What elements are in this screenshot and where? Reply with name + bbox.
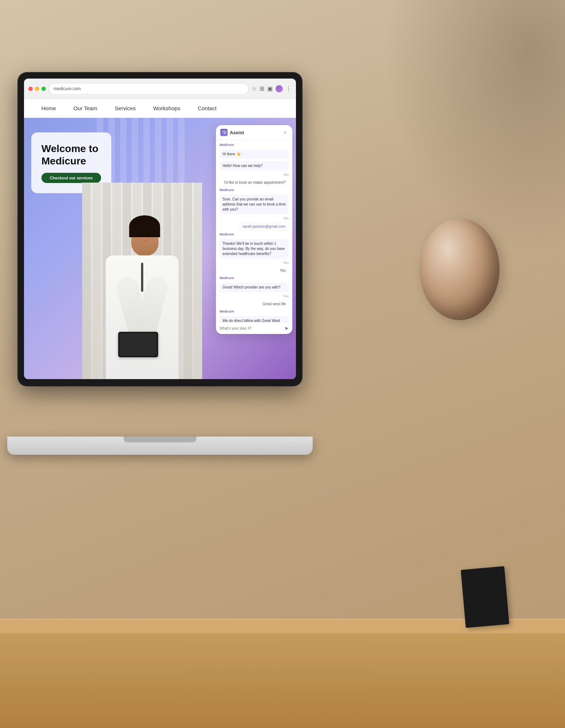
chat-message-8: Great west life [260,301,289,307]
checkout-services-button[interactable]: Checkout our services [41,173,101,183]
you-label-2: You [220,216,289,220]
you-label-1: You [220,173,289,176]
laptop: medicure.com ☆ ⊞ ▣ ⋮ Home Our Team Servi… [18,73,305,455]
star-icon[interactable]: ☆ [252,85,257,92]
chat-message-7: Great! Which provider are you with? [220,283,289,292]
laptop-base [7,437,313,455]
stethoscope-tube [141,263,143,292]
sender-label-2: Medicure [220,188,289,192]
laptop-hinge [124,437,196,442]
nav-contact[interactable]: Contact [189,99,225,118]
notebook [461,566,509,628]
browser-controls [28,87,46,91]
nav-workshops[interactable]: Workshops [144,99,189,118]
chat-header: Assist × [216,125,292,140]
laptop-screen: medicure.com ☆ ⊞ ▣ ⋮ Home Our Team Servi… [24,79,296,379]
doctor-image-area [82,183,202,379]
address-text: medicure.com [53,86,81,91]
sphere-decoration [420,218,500,320]
maximize-dot[interactable] [41,87,46,91]
you-label-3: You [220,261,289,264]
nav-our-team[interactable]: Our Team [65,99,106,118]
chat-message-6: Yes [277,267,289,274]
assist-logo [220,129,228,136]
chat-message-2: Hello! How can we help? [220,161,289,171]
profile-icon[interactable] [276,85,283,92]
chat-input-area: ➤ [216,322,292,334]
chat-message-9: We do direct billing with Great West Lif… [220,316,289,322]
website: Home Our Team Services Workshops Contact [24,99,296,379]
laptop-bezel: medicure.com ☆ ⊞ ▣ ⋮ Home Our Team Servi… [18,73,302,386]
sender-label-1: Medicure [220,143,289,147]
close-dot[interactable] [28,87,33,91]
wall-shadow [383,0,565,255]
grid-icon[interactable]: ▣ [267,85,273,92]
minimize-dot[interactable] [35,87,39,91]
more-icon[interactable]: ⋮ [286,85,292,92]
sender-label-4: Medicure [220,276,289,280]
sender-label-5: Medicure [220,310,289,313]
nav-services[interactable]: Services [106,99,145,118]
hero-title: Welcome to Medicure [41,143,101,167]
chat-message-5: Thanks! We'll be in touch within 1 busin… [220,239,289,259]
chat-close-button[interactable]: × [282,129,288,136]
you-label-4: You [220,294,289,298]
sender-label-3: Medicure [220,232,289,236]
nav-home[interactable]: Home [33,99,65,118]
chat-email-message: sarah.jackson@gmail.com [240,223,289,230]
desk [0,619,565,728]
chat-title: Assist [230,130,244,135]
chat-body: Medicure Hi there 👋 Hello! How can we he… [216,140,292,322]
puzzle-icon[interactable]: ⊞ [260,85,264,92]
chat-widget: Assist × Medicure Hi there 👋 Hello! How … [216,125,292,334]
chat-message-4: Sure. Can you provide an email address t… [220,195,289,214]
chat-send-button[interactable]: ➤ [284,325,289,331]
svg-point-0 [224,133,224,134]
doctor-tablet [118,332,158,357]
browser-chrome: medicure.com ☆ ⊞ ▣ ⋮ [24,79,296,99]
hero-section: Welcome to Medicure Checkout our service… [24,118,296,379]
chat-input[interactable] [220,326,282,330]
chat-header-left: Assist [220,129,244,136]
doctor-hair [129,215,160,237]
browser-toolbar-icons: ☆ ⊞ ▣ ⋮ [252,85,292,92]
chat-message-1: Hi there 👋 [220,150,289,159]
address-bar[interactable]: medicure.com [49,83,249,95]
site-nav: Home Our Team Services Workshops Contact [24,99,296,118]
chat-message-3: I'd like to book an intake appointment? [221,179,289,186]
